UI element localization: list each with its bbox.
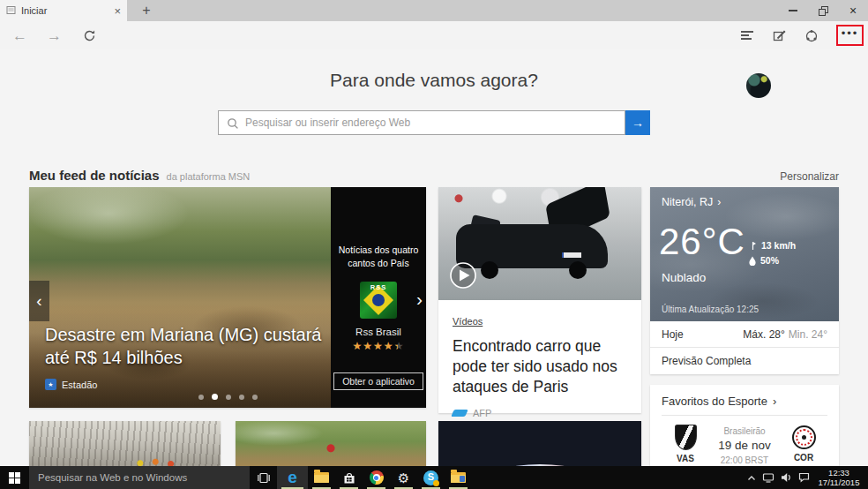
action-center-icon[interactable]	[798, 472, 810, 483]
tab-iniciar[interactable]: Iniciar ×	[0, 0, 127, 21]
close-button[interactable]: ×	[838, 0, 868, 21]
system-tray: 12:33 17/11/2015	[747, 468, 868, 487]
news-card-main[interactable]: Notícias dos quatro cantos do País RSS R…	[29, 187, 426, 408]
tray-date: 17/11/2015	[816, 478, 862, 487]
network-icon[interactable]	[762, 472, 774, 483]
new-tab-button[interactable]: +	[134, 0, 159, 21]
web-note-icon[interactable]	[773, 28, 787, 42]
carousel-dot-active[interactable]	[212, 394, 218, 400]
wind-speed: 13 km/h	[761, 240, 796, 251]
weather-today-row: Hoje Máx. 28° Min. 24°	[650, 321, 839, 348]
app-promo-panel: Notícias dos quatro cantos do País RSS R…	[331, 187, 426, 408]
league-name: Brasileirão	[718, 425, 770, 437]
window-controls: ×	[778, 0, 868, 21]
afp-logo-icon	[451, 410, 468, 417]
carousel-next-button[interactable]: ›	[416, 290, 423, 308]
folder-icon	[314, 472, 329, 483]
skype-button[interactable]: S	[417, 466, 445, 489]
source-name: AFP	[473, 408, 491, 418]
source-name: Estadão	[62, 380, 97, 390]
feed-subtitle: da plataforma MSN	[167, 171, 251, 182]
back-button[interactable]: ←	[12, 28, 27, 43]
carousel-dot[interactable]	[239, 395, 244, 400]
weather-location-link[interactable]: Niterói, RJ›	[662, 196, 721, 208]
edge-icon: e	[288, 469, 297, 485]
titlebar: Iniciar × + ×	[0, 0, 868, 21]
search-box	[218, 110, 625, 135]
today-label: Hoje	[662, 328, 743, 341]
gear-icon: ⚙	[398, 471, 409, 485]
main-headline[interactable]: Desastre em Mariana (MG) custará até R$ …	[45, 324, 322, 369]
edge-taskbar-button[interactable]: e	[277, 466, 308, 489]
windows-taskbar: e ⚙ S	[0, 466, 868, 489]
chrome-button[interactable]	[363, 466, 390, 489]
search-input[interactable]	[219, 111, 625, 134]
search-go-button[interactable]: →	[625, 110, 650, 135]
video-headline[interactable]: Encontrado carro que pode ter sido usado…	[453, 336, 627, 396]
search-icon	[227, 117, 239, 130]
temp-max: Máx. 28°	[743, 328, 784, 341]
start-button[interactable]	[0, 466, 29, 489]
close-icon: ×	[849, 4, 857, 17]
chevron-up-icon[interactable]	[747, 475, 756, 481]
promo-title: Notícias dos quatro cantos do País	[331, 244, 426, 270]
estadao-logo-icon: ★	[45, 379, 56, 390]
team-home: VAS	[668, 425, 703, 463]
page-title: Para onde vamos agora?	[0, 70, 868, 91]
restore-button[interactable]	[808, 0, 838, 21]
tab-close-icon[interactable]: ×	[114, 5, 121, 17]
news-image-car	[438, 187, 641, 300]
feed-header: Meu feed de notícias da plataforma MSN P…	[29, 168, 839, 183]
chevron-right-icon: ›	[717, 196, 721, 208]
tray-time: 12:33	[816, 468, 862, 478]
corinthians-crest-icon	[792, 425, 816, 449]
match-time: 22:00 BRST	[718, 455, 770, 466]
sports-title-link[interactable]: Favoritos do Esporte›	[650, 385, 839, 415]
weather-sky-image: Niterói, RJ› 26°C 13 km/h 50% Nublado Úl…	[650, 187, 839, 321]
carousel-dots[interactable]	[29, 395, 426, 400]
page-icon	[6, 3, 16, 19]
carousel-dot[interactable]	[198, 395, 204, 400]
humidity-icon	[749, 256, 756, 266]
weather-condition: Nublado	[662, 271, 706, 284]
share-icon[interactable]	[804, 28, 819, 42]
forecast-link[interactable]: Previsão Completa	[650, 348, 839, 374]
more-actions-button[interactable]: •••	[842, 27, 859, 39]
settings-button[interactable]: ⚙	[390, 466, 417, 489]
forward-button[interactable]: →	[47, 28, 62, 43]
task-view-button[interactable]	[250, 466, 277, 489]
minimize-icon	[789, 10, 797, 11]
news-card-video[interactable]: Vídeos Encontrado carro que pode ter sid…	[438, 187, 641, 413]
minimize-button[interactable]	[778, 0, 808, 21]
play-icon[interactable]	[449, 261, 477, 293]
promo-app-name: Rss Brasil	[331, 327, 426, 337]
refresh-button[interactable]	[83, 29, 96, 42]
volume-icon[interactable]	[781, 472, 792, 483]
get-app-button[interactable]: Obter o aplicativo	[333, 372, 423, 390]
humidity: 50%	[760, 255, 779, 266]
category-link[interactable]: Vídeos	[453, 316, 483, 327]
skype-icon: S	[423, 470, 438, 485]
wind-icon	[749, 241, 757, 251]
carousel-dot[interactable]	[226, 395, 231, 400]
taskbar-search-input[interactable]	[29, 466, 250, 489]
task-view-icon	[257, 472, 271, 484]
carousel-dot[interactable]	[252, 395, 258, 400]
folder-flag-icon	[451, 472, 466, 483]
documents-folder-button[interactable]	[445, 466, 472, 489]
personalize-link[interactable]: Personalizar	[780, 170, 839, 183]
taskbar-clock[interactable]: 12:33 17/11/2015	[816, 468, 862, 487]
star-rating: ★★★★★ ★★★★★	[353, 341, 405, 351]
carousel-prev-button[interactable]: ‹	[29, 281, 49, 321]
user-avatar[interactable]	[746, 73, 771, 98]
hub-icon[interactable]	[741, 31, 753, 40]
match-row[interactable]: VAS Brasileirão 19 de nov 22:00 BRST COR	[650, 416, 839, 466]
weather-updated: Última Atualização 12:25	[662, 305, 759, 314]
store-button[interactable]	[335, 466, 363, 489]
chevron-right-icon: ›	[773, 395, 776, 408]
file-explorer-button[interactable]	[308, 466, 335, 489]
chrome-icon	[370, 470, 384, 485]
windows-logo-icon	[9, 472, 20, 484]
weather-card[interactable]: Niterói, RJ› 26°C 13 km/h 50% Nublado Úl…	[650, 187, 839, 374]
more-actions-highlight: •••	[836, 25, 864, 46]
